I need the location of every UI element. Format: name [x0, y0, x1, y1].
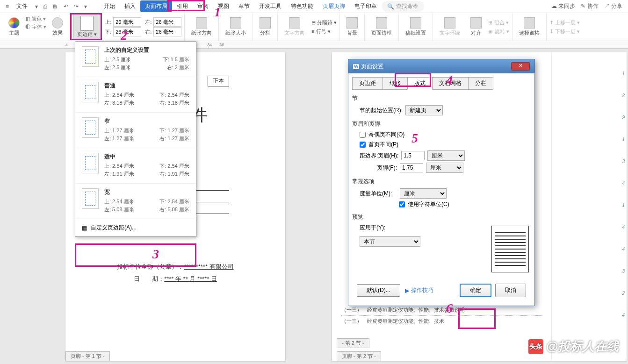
margin-right-input[interactable] [153, 27, 181, 36]
redo-icon[interactable]: ↷ [71, 1, 81, 12]
tab-start[interactable]: 开始 [99, 0, 120, 12]
first-page-checkbox[interactable] [360, 142, 366, 148]
margin-left-label: 左: [145, 19, 152, 26]
ribbon-margin-group: 页边距 ▾ 上: 下: 左: 右: [70, 13, 185, 41]
margin-right-label: 右: [145, 29, 152, 36]
page-border-button[interactable]: 页面边框 [368, 15, 396, 38]
select-pane-button[interactable]: 选择窗格 [515, 15, 543, 38]
group-button[interactable]: ⊞ 组合 ▾ [488, 19, 509, 26]
rotate-button[interactable]: ◉ 旋转 ▾ [488, 28, 509, 35]
section-start-label: 节的起始位置(R): [360, 107, 403, 114]
apply-to-select[interactable]: 本节 [360, 236, 420, 247]
tab-insert[interactable]: 插入 [120, 0, 140, 12]
unit-select[interactable]: 厘米 [400, 188, 447, 199]
search-input[interactable]: 🔍 查找命令 [382, 1, 424, 12]
section-group-label: 节 [352, 94, 531, 102]
tab-layout[interactable]: 版式 [407, 77, 433, 90]
doc2-line1: （十三） 经皮黄疸测定仪功能、性能、技术参数说明 [341, 305, 542, 316]
undo-icon[interactable]: ↶ [61, 1, 71, 12]
footer-tag-left[interactable]: 页脚 - 第 1 节 - [65, 351, 110, 361]
move-down-button[interactable]: ⬇ 下移一层 ▾ [549, 28, 580, 35]
margin-preset-narrow[interactable]: 窄 上: 1.27 厘米下: 1.27 厘米 左: 1.27 厘米右: 1.27… [75, 112, 196, 148]
header-footer-group-label: 页眉和页脚 [352, 120, 531, 128]
close-icon[interactable]: ✕ [511, 62, 530, 71]
background-button[interactable]: 背景 [343, 15, 361, 38]
breaks-button[interactable]: ⊟ 分隔符 ▾ [311, 19, 337, 26]
margin-bottom-input[interactable] [113, 27, 141, 36]
save-icon[interactable]: ▾ [32, 1, 41, 12]
margin-preset-last[interactable]: 上次的自定义设置 上: 2.5 厘米下: 1.5 厘米 左: 2.5 厘米右: … [75, 42, 196, 77]
default-button[interactable]: 默认(D)... [357, 284, 400, 297]
char-unit-checkbox[interactable] [399, 201, 405, 207]
columns-button[interactable]: 分栏 [256, 15, 274, 38]
dialog-title-text: 页面设置 [361, 63, 383, 70]
tab-columns[interactable]: 分栏 [468, 77, 493, 90]
tab-margins[interactable]: 页边距 [352, 77, 383, 90]
unsync-label[interactable]: ☁ 未同步 [549, 0, 578, 12]
header-unit-select[interactable]: 厘米 [427, 150, 465, 161]
line-numbers-button[interactable]: ≡ 行号 ▾ [311, 28, 337, 35]
page-icon [82, 82, 99, 102]
dropdown-icon[interactable]: ▾ [81, 1, 90, 12]
header-distance-input[interactable] [401, 151, 425, 160]
colors-button[interactable]: ◧ 颜色 ▾ [25, 15, 46, 22]
date-value: **** 年 ** 月 ***** 日 [164, 275, 217, 282]
manuscript-button[interactable]: 稿纸设置 [402, 15, 430, 38]
tab-references[interactable]: 引用 [172, 0, 193, 12]
margin-top-label: 上: [105, 19, 111, 26]
cancel-button[interactable]: 取消 [495, 284, 526, 297]
align-button[interactable]: 对齐 [467, 15, 485, 38]
tips-link[interactable]: ▶操作技巧 [405, 286, 433, 294]
document-page-3[interactable]: 12 91 34 14 43 24 [552, 52, 627, 361]
preview-icon[interactable]: 🗎 [50, 1, 61, 12]
wrap-button[interactable]: 文字环绕 [436, 15, 464, 38]
margin-left-input[interactable] [153, 17, 181, 27]
print-icon[interactable]: ⎙ [41, 1, 50, 12]
paper-size-button[interactable]: 纸张大小 [222, 15, 250, 38]
side-page-numbers: 12 91 34 14 43 24 [622, 71, 625, 318]
first-page-label: 首页不同(P) [368, 141, 398, 149]
tab-developer[interactable]: 开发工具 [254, 0, 286, 12]
section-start-select[interactable]: 新建页 [405, 105, 443, 115]
dialog-titlebar[interactable]: W页面设置 ✕ [348, 59, 534, 73]
tab-review[interactable]: 审阅 [193, 0, 213, 12]
file-menu[interactable]: 文件 [12, 0, 32, 12]
share-label[interactable]: ↗ 分享 [601, 0, 625, 12]
footer-unit-select[interactable]: 厘米 [426, 163, 463, 173]
footer-tag-right-top[interactable]: - 第 2 节 - [337, 338, 369, 348]
footer-distance-input[interactable] [400, 163, 423, 172]
tab-page-layout[interactable]: 页面布局 [140, 0, 172, 12]
date-label: 日 期： [134, 275, 164, 282]
tab-header-footer[interactable]: 页眉页脚 [318, 0, 350, 12]
theme-button[interactable]: 主题 [5, 15, 23, 38]
tab-stamp[interactable]: 电子印章 [350, 0, 382, 12]
ok-button[interactable]: 确定 [460, 284, 491, 297]
page-icon: ▦ [82, 225, 87, 231]
margin-preset-wide[interactable]: 宽 上: 2.54 厘米下: 2.54 厘米 左: 5.08 厘米右: 5.08… [75, 183, 196, 219]
margin-custom[interactable]: ▦自定义页边距(A)... [75, 219, 196, 236]
move-up-button[interactable]: ⬆ 上移一层 ▾ [549, 19, 580, 26]
odd-even-label: 奇偶页不同(O) [368, 131, 404, 139]
tab-grid[interactable]: 文档网格 [432, 77, 469, 90]
odd-even-checkbox[interactable] [360, 132, 366, 138]
text-direction-button[interactable]: 文字方向 [281, 15, 309, 38]
margin-preset-normal[interactable]: 普通 上: 2.54 厘米下: 2.54 厘米 左: 3.18 厘米右: 3.1… [75, 77, 196, 112]
page-icon [82, 117, 99, 138]
hamburger-icon[interactable]: ≡ [3, 1, 12, 12]
effects-button[interactable]: 效果 [48, 15, 67, 38]
margin-preset-moderate[interactable]: 适中 上: 2.54 厘米下: 2.54 厘米 左: 1.91 厘米右: 1.9… [75, 148, 196, 183]
margin-top-input[interactable] [113, 17, 141, 27]
doc2-line2: （十三） 经皮黄疸测定仪功能、性能、技术 [341, 316, 542, 327]
tab-features[interactable]: 特色功能 [286, 0, 318, 12]
tab-paper[interactable]: 纸张 [383, 77, 408, 90]
page-icon [82, 153, 99, 173]
footer-distance-label: 页脚(F): [360, 164, 397, 172]
margin-button[interactable]: 页边距 ▾ [73, 14, 101, 40]
ribbon: 主题 ◧ 颜色 ▾ ◐ 字体 ▾ 效果 页边距 ▾ 上: 下: 左: 右: 纸张… [0, 13, 628, 41]
tab-chapter[interactable]: 章节 [234, 0, 254, 12]
fonts-button[interactable]: ◐ 字体 ▾ [25, 23, 46, 30]
coop-label[interactable]: ✎ 协作 [578, 0, 601, 12]
tab-view[interactable]: 视图 [213, 0, 234, 12]
footer-tag-right-bottom[interactable]: 页脚 - 第 2 节 - [337, 351, 381, 361]
orientation-button[interactable]: 纸张方向 [188, 15, 216, 38]
